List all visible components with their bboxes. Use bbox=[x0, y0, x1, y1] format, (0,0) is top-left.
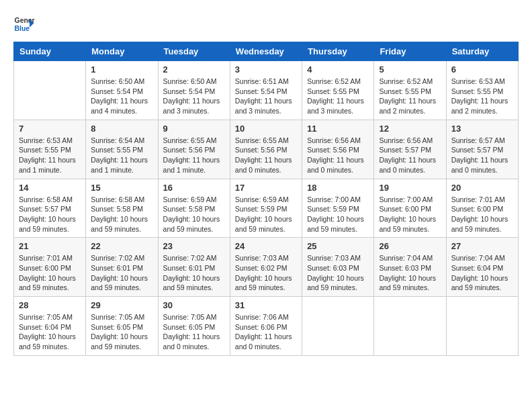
calendar-cell: 28Sunrise: 7:05 AM Sunset: 6:04 PM Dayli… bbox=[14, 297, 86, 356]
calendar-cell: 1Sunrise: 6:50 AM Sunset: 5:54 PM Daylig… bbox=[86, 61, 158, 120]
day-number: 16 bbox=[163, 183, 225, 193]
column-header-tuesday: Tuesday bbox=[158, 42, 230, 61]
calendar-cell: 8Sunrise: 6:54 AM Sunset: 5:55 PM Daylig… bbox=[86, 120, 158, 179]
day-info: Sunrise: 7:00 AM Sunset: 5:59 PM Dayligh… bbox=[307, 195, 369, 234]
day-number: 1 bbox=[91, 64, 152, 75]
day-info: Sunrise: 6:52 AM Sunset: 5:55 PM Dayligh… bbox=[379, 77, 441, 116]
calendar-cell: 6Sunrise: 6:53 AM Sunset: 5:55 PM Daylig… bbox=[446, 61, 518, 120]
calendar-cell: 3Sunrise: 6:51 AM Sunset: 5:54 PM Daylig… bbox=[230, 61, 302, 120]
calendar-cell: 20Sunrise: 7:01 AM Sunset: 6:00 PM Dayli… bbox=[446, 179, 518, 238]
calendar-cell: 9Sunrise: 6:55 AM Sunset: 5:56 PM Daylig… bbox=[158, 120, 230, 179]
day-number: 18 bbox=[307, 183, 369, 193]
calendar-cell: 13Sunrise: 6:57 AM Sunset: 5:57 PM Dayli… bbox=[446, 120, 518, 179]
day-number: 6 bbox=[451, 64, 513, 75]
day-number: 10 bbox=[235, 124, 297, 134]
day-info: Sunrise: 7:03 AM Sunset: 6:02 PM Dayligh… bbox=[235, 253, 297, 293]
calendar-cell bbox=[374, 297, 446, 356]
day-number: 2 bbox=[163, 64, 225, 75]
column-header-saturday: Saturday bbox=[446, 42, 518, 61]
column-header-monday: Monday bbox=[86, 42, 158, 61]
day-number: 9 bbox=[163, 124, 225, 134]
day-info: Sunrise: 7:06 AM Sunset: 6:06 PM Dayligh… bbox=[235, 312, 297, 352]
day-info: Sunrise: 6:59 AM Sunset: 5:59 PM Dayligh… bbox=[235, 195, 297, 234]
day-info: Sunrise: 6:53 AM Sunset: 5:55 PM Dayligh… bbox=[19, 136, 81, 175]
day-number: 27 bbox=[451, 241, 513, 251]
calendar-cell: 24Sunrise: 7:03 AM Sunset: 6:02 PM Dayli… bbox=[230, 238, 302, 297]
calendar-cell: 30Sunrise: 7:05 AM Sunset: 6:05 PM Dayli… bbox=[158, 297, 230, 356]
day-info: Sunrise: 7:04 AM Sunset: 6:04 PM Dayligh… bbox=[451, 253, 513, 293]
day-number: 26 bbox=[379, 241, 441, 251]
day-info: Sunrise: 6:51 AM Sunset: 5:54 PM Dayligh… bbox=[235, 77, 297, 116]
day-info: Sunrise: 7:05 AM Sunset: 6:04 PM Dayligh… bbox=[19, 312, 81, 352]
day-number: 22 bbox=[91, 241, 152, 251]
calendar-cell: 22Sunrise: 7:02 AM Sunset: 6:01 PM Dayli… bbox=[86, 238, 158, 297]
day-info: Sunrise: 6:59 AM Sunset: 5:58 PM Dayligh… bbox=[163, 195, 225, 234]
day-number: 28 bbox=[19, 300, 81, 310]
calendar-cell: 12Sunrise: 6:56 AM Sunset: 5:57 PM Dayli… bbox=[374, 120, 446, 179]
calendar-cell bbox=[14, 61, 86, 120]
day-number: 24 bbox=[235, 241, 297, 251]
day-info: Sunrise: 6:55 AM Sunset: 5:56 PM Dayligh… bbox=[163, 136, 225, 175]
day-number: 11 bbox=[307, 124, 369, 134]
day-number: 13 bbox=[451, 124, 513, 134]
day-number: 14 bbox=[19, 183, 81, 193]
calendar-cell: 31Sunrise: 7:06 AM Sunset: 6:06 PM Dayli… bbox=[230, 297, 302, 356]
calendar-cell: 4Sunrise: 6:52 AM Sunset: 5:55 PM Daylig… bbox=[302, 61, 374, 120]
day-info: Sunrise: 6:52 AM Sunset: 5:55 PM Dayligh… bbox=[307, 77, 369, 116]
day-info: Sunrise: 6:56 AM Sunset: 5:57 PM Dayligh… bbox=[379, 136, 441, 175]
day-number: 29 bbox=[91, 300, 152, 310]
svg-text:Blue: Blue bbox=[15, 25, 30, 32]
day-info: Sunrise: 7:02 AM Sunset: 6:01 PM Dayligh… bbox=[163, 253, 225, 293]
calendar-cell: 25Sunrise: 7:03 AM Sunset: 6:03 PM Dayli… bbox=[302, 238, 374, 297]
day-info: Sunrise: 6:50 AM Sunset: 5:54 PM Dayligh… bbox=[91, 77, 152, 116]
column-header-sunday: Sunday bbox=[14, 42, 86, 61]
day-number: 21 bbox=[19, 241, 81, 251]
day-number: 20 bbox=[451, 183, 513, 193]
logo-icon: General Blue bbox=[13, 13, 35, 35]
day-info: Sunrise: 6:56 AM Sunset: 5:56 PM Dayligh… bbox=[307, 136, 369, 175]
calendar-header-row: SundayMondayTuesdayWednesdayThursdayFrid… bbox=[14, 42, 519, 61]
day-number: 7 bbox=[19, 124, 81, 134]
column-header-thursday: Thursday bbox=[302, 42, 374, 61]
calendar-cell: 29Sunrise: 7:05 AM Sunset: 6:05 PM Dayli… bbox=[86, 297, 158, 356]
calendar-cell bbox=[446, 297, 518, 356]
calendar-cell: 10Sunrise: 6:55 AM Sunset: 5:56 PM Dayli… bbox=[230, 120, 302, 179]
calendar-cell: 7Sunrise: 6:53 AM Sunset: 5:55 PM Daylig… bbox=[14, 120, 86, 179]
day-info: Sunrise: 6:58 AM Sunset: 5:57 PM Dayligh… bbox=[19, 195, 81, 234]
calendar-cell: 21Sunrise: 7:01 AM Sunset: 6:00 PM Dayli… bbox=[14, 238, 86, 297]
calendar-cell: 26Sunrise: 7:04 AM Sunset: 6:03 PM Dayli… bbox=[374, 238, 446, 297]
calendar-cell: 23Sunrise: 7:02 AM Sunset: 6:01 PM Dayli… bbox=[158, 238, 230, 297]
calendar-cell: 16Sunrise: 6:59 AM Sunset: 5:58 PM Dayli… bbox=[158, 179, 230, 238]
day-info: Sunrise: 7:01 AM Sunset: 6:00 PM Dayligh… bbox=[19, 253, 81, 293]
day-info: Sunrise: 6:57 AM Sunset: 5:57 PM Dayligh… bbox=[451, 136, 513, 175]
day-number: 5 bbox=[379, 64, 441, 75]
column-header-wednesday: Wednesday bbox=[230, 42, 302, 61]
calendar-week-row: 7Sunrise: 6:53 AM Sunset: 5:55 PM Daylig… bbox=[14, 120, 519, 179]
calendar-cell: 15Sunrise: 6:58 AM Sunset: 5:58 PM Dayli… bbox=[86, 179, 158, 238]
day-number: 30 bbox=[163, 300, 225, 310]
calendar-cell: 11Sunrise: 6:56 AM Sunset: 5:56 PM Dayli… bbox=[302, 120, 374, 179]
calendar-cell: 2Sunrise: 6:50 AM Sunset: 5:54 PM Daylig… bbox=[158, 61, 230, 120]
day-info: Sunrise: 7:05 AM Sunset: 6:05 PM Dayligh… bbox=[163, 312, 225, 352]
day-info: Sunrise: 6:50 AM Sunset: 5:54 PM Dayligh… bbox=[163, 77, 225, 116]
logo: General Blue bbox=[13, 13, 35, 35]
day-info: Sunrise: 6:55 AM Sunset: 5:56 PM Dayligh… bbox=[235, 136, 297, 175]
day-number: 23 bbox=[163, 241, 225, 251]
calendar-week-row: 21Sunrise: 7:01 AM Sunset: 6:00 PM Dayli… bbox=[14, 238, 519, 297]
header: General Blue bbox=[13, 13, 519, 35]
day-number: 25 bbox=[307, 241, 369, 251]
calendar-cell: 14Sunrise: 6:58 AM Sunset: 5:57 PM Dayli… bbox=[14, 179, 86, 238]
calendar-cell: 17Sunrise: 6:59 AM Sunset: 5:59 PM Dayli… bbox=[230, 179, 302, 238]
calendar-cell: 27Sunrise: 7:04 AM Sunset: 6:04 PM Dayli… bbox=[446, 238, 518, 297]
day-number: 17 bbox=[235, 183, 297, 193]
calendar-week-row: 28Sunrise: 7:05 AM Sunset: 6:04 PM Dayli… bbox=[14, 297, 519, 356]
day-info: Sunrise: 7:04 AM Sunset: 6:03 PM Dayligh… bbox=[379, 253, 441, 293]
calendar-week-row: 14Sunrise: 6:58 AM Sunset: 5:57 PM Dayli… bbox=[14, 179, 519, 238]
day-number: 3 bbox=[235, 64, 297, 75]
day-number: 12 bbox=[379, 124, 441, 134]
day-number: 8 bbox=[91, 124, 152, 134]
day-number: 4 bbox=[307, 64, 369, 75]
day-info: Sunrise: 7:03 AM Sunset: 6:03 PM Dayligh… bbox=[307, 253, 369, 293]
day-info: Sunrise: 7:00 AM Sunset: 6:00 PM Dayligh… bbox=[379, 195, 441, 234]
calendar-week-row: 1Sunrise: 6:50 AM Sunset: 5:54 PM Daylig… bbox=[14, 61, 519, 120]
